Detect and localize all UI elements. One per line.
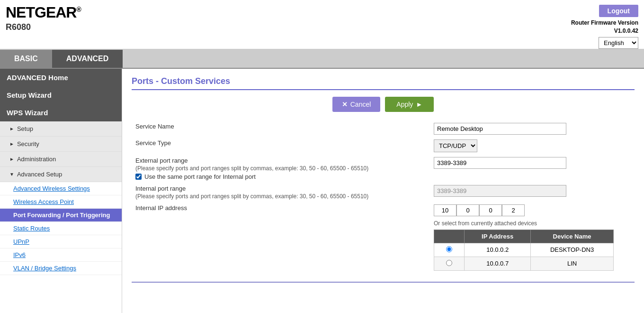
service-type-row: Service Type TCP/UDP TCP UDP	[132, 137, 635, 155]
logout-button[interactable]: Logout	[599, 5, 638, 17]
int-ip-row: Internal IP address Or select from curre…	[132, 202, 635, 273]
int-ip-input-cell: Or select from currently attached device…	[430, 202, 635, 273]
sidebar-item-advanced-home[interactable]: ADVANCED Home	[0, 69, 122, 86]
service-type-select[interactable]: TCP/UDP TCP UDP	[434, 139, 477, 152]
int-port-label-cell: Internal port range (Please specify port…	[132, 183, 430, 202]
advanced-setup-arrow-icon: ▼	[9, 172, 14, 177]
sidebar-item-setup-wizard[interactable]: Setup Wizard	[0, 86, 122, 104]
int-port-label: Internal port range	[135, 185, 426, 192]
ext-port-row: External port range (Please specify port…	[132, 155, 635, 183]
device-radio-1[interactable]	[446, 246, 452, 252]
service-name-row: Service Name	[132, 120, 635, 137]
ext-port-input[interactable]	[434, 157, 566, 169]
sidebar-item-vlan-bridge[interactable]: VLAN / Bridge Settings	[0, 262, 122, 275]
device-table-header-row: IP Address Device Name	[434, 230, 614, 243]
service-name-input[interactable]	[434, 123, 566, 135]
content-divider	[132, 282, 635, 283]
firmware-info: Router Firmware Version V1.0.0.42	[571, 19, 638, 35]
content-area: Ports - Custom Services ✕ Cancel Apply ►…	[122, 69, 644, 313]
apply-label: Apply	[396, 101, 413, 108]
ext-port-input-cell	[430, 155, 635, 183]
header-right: Logout Router Firmware Version V1.0.0.42…	[571, 4, 638, 49]
ext-port-note: (Please specify ports and port ranges sp…	[135, 165, 426, 172]
header: NETGEAR® R6080 Logout Router Firmware Ve…	[0, 0, 644, 50]
sidebar-item-wireless-ap[interactable]: Wireless Access Point	[0, 195, 122, 209]
device-radio-2[interactable]	[446, 260, 452, 266]
service-type-input-cell: TCP/UDP TCP UDP	[430, 137, 635, 155]
sidebar-section-administration[interactable]: ► Administration	[0, 152, 122, 167]
same-port-row: Use the same port range for Internal por…	[135, 173, 426, 180]
service-type-label: Service Type	[132, 137, 430, 155]
logo-area: NETGEAR® R6080	[6, 4, 81, 32]
ip-fields	[434, 204, 631, 216]
device-row-2: 10.0.0.7 LIN	[434, 257, 614, 270]
device-radio-1-cell	[434, 243, 465, 257]
int-port-row: Internal port range (Please specify port…	[132, 183, 635, 202]
int-ip-label: Internal IP address	[132, 202, 430, 273]
language-select[interactable]: English Français Deutsch Español	[599, 37, 638, 49]
sidebar-item-advanced-wireless[interactable]: Advanced Wireless Settings	[0, 182, 122, 195]
form-table: Service Name Service Type TCP/UDP TCP UD…	[132, 120, 635, 273]
ext-port-label-cell: External port range (Please specify port…	[132, 155, 430, 183]
ip-octet-3[interactable]	[479, 204, 502, 216]
service-name-label: Service Name	[132, 120, 430, 137]
security-label: Security	[17, 140, 39, 147]
logo: NETGEAR®	[6, 4, 81, 21]
tab-basic[interactable]: BASIC	[0, 50, 52, 68]
action-bar: ✕ Cancel Apply ►	[132, 97, 635, 112]
setup-arrow-icon: ►	[9, 126, 14, 131]
sidebar: ADVANCED Home Setup Wizard WPS Wizard ► …	[0, 69, 122, 313]
tab-bar: BASIC ADVANCED	[0, 50, 644, 69]
sidebar-item-static-routes[interactable]: Static Routes	[0, 222, 122, 235]
cancel-button[interactable]: ✕ Cancel	[332, 97, 381, 112]
sidebar-item-wps-wizard[interactable]: WPS Wizard	[0, 104, 122, 121]
device-col-name: Device Name	[531, 230, 614, 243]
device-ip-2: 10.0.0.7	[465, 257, 531, 270]
sidebar-section-security[interactable]: ► Security	[0, 137, 122, 152]
int-port-input-cell	[430, 183, 635, 202]
device-name-2: LIN	[531, 257, 614, 270]
device-col-radio	[434, 230, 465, 243]
setup-label: Setup	[17, 125, 33, 132]
device-name-1: DESKTOP-DN3	[531, 243, 614, 257]
device-row-1: 10.0.0.2 DESKTOP-DN3	[434, 243, 614, 257]
sidebar-section-setup[interactable]: ► Setup	[0, 121, 122, 137]
same-port-checkbox[interactable]	[135, 174, 142, 180]
tab-advanced[interactable]: ADVANCED	[52, 50, 123, 68]
security-arrow-icon: ►	[9, 141, 14, 147]
device-radio-2-cell	[434, 257, 465, 270]
or-select-text: Or select from currently attached device…	[434, 220, 631, 227]
main-layout: ADVANCED Home Setup Wizard WPS Wizard ► …	[0, 69, 644, 313]
model-number: R6080	[6, 22, 81, 32]
apply-arrow-icon: ►	[416, 101, 422, 108]
device-ip-1: 10.0.0.2	[465, 243, 531, 257]
apply-button[interactable]: Apply ►	[385, 97, 434, 112]
ext-port-label: External port range	[135, 157, 426, 164]
sidebar-item-port-forwarding[interactable]: Port Forwarding / Port Triggering	[0, 209, 122, 222]
firmware-label: Router Firmware Version	[571, 19, 638, 26]
ip-octet-4[interactable]	[502, 204, 525, 216]
int-port-input[interactable]	[434, 185, 566, 197]
reg-symbol: ®	[76, 6, 80, 13]
page-title: Ports - Custom Services	[132, 76, 635, 90]
advanced-setup-label: Advanced Setup	[17, 171, 62, 178]
int-port-note: (Please specify ports and port ranges sp…	[135, 193, 426, 200]
sidebar-item-upnp[interactable]: UPnP	[0, 235, 122, 249]
sidebar-item-ipv6[interactable]: IPv6	[0, 249, 122, 262]
cancel-label: Cancel	[350, 101, 371, 108]
same-port-label: Use the same port range for Internal por…	[144, 173, 256, 180]
service-name-input-cell	[430, 120, 635, 137]
firmware-version: V1.0.0.42	[614, 28, 638, 34]
ip-octet-2[interactable]	[456, 204, 479, 216]
administration-label: Administration	[17, 156, 56, 163]
device-col-ip: IP Address	[465, 230, 531, 243]
device-table: IP Address Device Name 10.0.0.2 DESKTOP-…	[434, 230, 614, 271]
sidebar-section-advanced-setup[interactable]: ▼ Advanced Setup	[0, 167, 122, 182]
cancel-x-icon: ✕	[342, 101, 348, 108]
administration-arrow-icon: ►	[9, 156, 14, 162]
ip-octet-1[interactable]	[434, 204, 456, 216]
logo-text: NETGEAR	[6, 4, 76, 21]
